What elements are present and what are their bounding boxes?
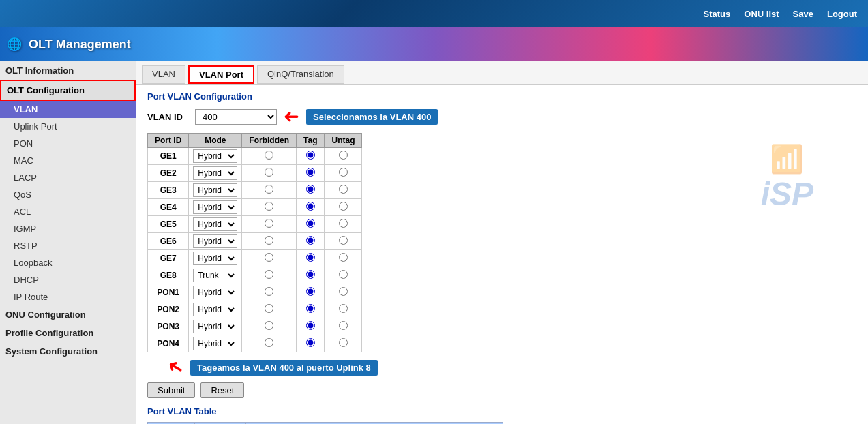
tab-vlan[interactable]: VLAN (142, 65, 185, 84)
untag-cell[interactable] (325, 335, 362, 352)
untag-radio[interactable] (339, 151, 348, 160)
reset-button[interactable]: Reset (200, 382, 244, 398)
tag-radio[interactable] (306, 236, 315, 245)
sidebar-item-loopback[interactable]: Loopback (0, 254, 136, 271)
forbidden-radio[interactable] (265, 168, 273, 177)
tag-cell[interactable] (297, 199, 325, 216)
mode-select[interactable]: HybridTrunkAccess (193, 200, 237, 214)
mode-cell[interactable]: HybridTrunkAccess (189, 165, 242, 182)
sidebar-item-rstp[interactable]: RSTP (0, 237, 136, 254)
forbidden-cell[interactable] (242, 267, 297, 284)
tag-radio[interactable] (306, 185, 315, 194)
mode-cell[interactable]: HybridTrunkAccess (189, 284, 242, 301)
untag-radio[interactable] (339, 202, 348, 211)
untag-radio[interactable] (339, 304, 348, 313)
untag-radio[interactable] (339, 338, 348, 347)
forbidden-radio[interactable] (265, 253, 273, 262)
save-link[interactable]: Save (793, 9, 813, 19)
sidebar-item-dhcp[interactable]: DHCP (0, 271, 136, 288)
mode-cell[interactable]: HybridTrunkAccess (189, 182, 242, 199)
mode-cell[interactable]: HybridTrunkAccess (189, 216, 242, 233)
tag-radio[interactable] (306, 338, 315, 347)
untag-cell[interactable] (325, 284, 362, 301)
untag-cell[interactable] (325, 148, 362, 165)
forbidden-radio[interactable] (265, 270, 273, 279)
mode-cell[interactable]: HybridTrunkAccess (189, 267, 242, 284)
tag-cell[interactable] (297, 216, 325, 233)
untag-radio[interactable] (339, 236, 348, 245)
submit-button[interactable]: Submit (147, 382, 195, 398)
untag-cell[interactable] (325, 216, 362, 233)
tag-cell[interactable] (297, 335, 325, 352)
mode-cell[interactable]: HybridTrunkAccess (189, 250, 242, 267)
tag-radio[interactable] (306, 304, 315, 313)
sidebar-item-uplink-port[interactable]: Uplink Port (0, 118, 136, 135)
tag-cell[interactable] (297, 301, 325, 318)
forbidden-radio[interactable] (265, 185, 273, 194)
forbidden-cell[interactable] (242, 216, 297, 233)
mode-cell[interactable]: HybridTrunkAccess (189, 335, 242, 352)
untag-radio[interactable] (339, 253, 348, 262)
untag-cell[interactable] (325, 250, 362, 267)
forbidden-cell[interactable] (242, 165, 297, 182)
tab-vlan-port[interactable]: VLAN Port (188, 65, 254, 84)
sidebar-item-qos[interactable]: QoS (0, 186, 136, 203)
tag-radio[interactable] (306, 151, 315, 160)
onu-list-link[interactable]: ONU list (744, 9, 779, 19)
sidebar-item-pon[interactable]: PON (0, 135, 136, 152)
mode-select[interactable]: HybridTrunkAccess (193, 234, 237, 248)
forbidden-cell[interactable] (242, 199, 297, 216)
logout-link[interactable]: Logout (827, 9, 857, 19)
untag-radio[interactable] (339, 270, 348, 279)
untag-radio[interactable] (339, 185, 348, 194)
sidebar-item-igmp[interactable]: IGMP (0, 220, 136, 237)
mode-select[interactable]: HybridTrunkAccess (193, 252, 237, 265)
untag-cell[interactable] (325, 199, 362, 216)
sidebar-item-acl[interactable]: ACL (0, 203, 136, 220)
sidebar-item-lacp[interactable]: LACP (0, 169, 136, 186)
sidebar-section-system-configuration[interactable]: System Configuration (0, 342, 136, 361)
tag-cell[interactable] (297, 148, 325, 165)
sidebar-item-vlan[interactable]: VLAN (0, 101, 136, 118)
mode-select[interactable]: HybridTrunkAccess (193, 149, 237, 163)
tag-cell[interactable] (297, 233, 325, 250)
mode-select[interactable]: HybridTrunkAccess (193, 166, 237, 180)
forbidden-cell[interactable] (242, 335, 297, 352)
forbidden-cell[interactable] (242, 182, 297, 199)
forbidden-radio[interactable] (265, 338, 273, 347)
tag-cell[interactable] (297, 165, 325, 182)
tag-cell[interactable] (297, 250, 325, 267)
sidebar-section-profile-configuration[interactable]: Profile Configuration (0, 324, 136, 342)
mode-select[interactable]: HybridTrunkAccess (193, 320, 237, 333)
mode-cell[interactable]: HybridTrunkAccess (189, 148, 242, 165)
mode-select[interactable]: HybridTrunkAccess (193, 183, 237, 197)
mode-select[interactable]: HybridTrunkAccess (193, 269, 237, 282)
tag-radio[interactable] (306, 287, 315, 296)
sidebar-section-olt-information[interactable]: OLT Information (0, 61, 136, 80)
forbidden-radio[interactable] (265, 321, 273, 330)
forbidden-radio[interactable] (265, 219, 273, 228)
tab-qinq-translation[interactable]: QinQ/Translation (257, 65, 344, 84)
tag-radio[interactable] (306, 321, 315, 330)
forbidden-radio[interactable] (265, 236, 273, 245)
untag-cell[interactable] (325, 165, 362, 182)
untag-radio[interactable] (339, 219, 348, 228)
mode-select[interactable]: HybridTrunkAccess (193, 303, 237, 316)
forbidden-cell[interactable] (242, 148, 297, 165)
sidebar-item-ip-route[interactable]: IP Route (0, 288, 136, 305)
untag-cell[interactable] (325, 318, 362, 335)
tag-cell[interactable] (297, 318, 325, 335)
tag-cell[interactable] (297, 182, 325, 199)
untag-cell[interactable] (325, 267, 362, 284)
status-link[interactable]: Status (704, 9, 731, 19)
tag-radio[interactable] (306, 219, 315, 228)
untag-radio[interactable] (339, 168, 348, 177)
tag-radio[interactable] (306, 270, 315, 279)
mode-cell[interactable]: HybridTrunkAccess (189, 318, 242, 335)
untag-radio[interactable] (339, 321, 348, 330)
mode-select[interactable]: HybridTrunkAccess (193, 217, 237, 231)
forbidden-cell[interactable] (242, 318, 297, 335)
forbidden-radio[interactable] (265, 151, 273, 160)
mode-select[interactable]: HybridTrunkAccess (193, 286, 237, 299)
untag-cell[interactable] (325, 301, 362, 318)
